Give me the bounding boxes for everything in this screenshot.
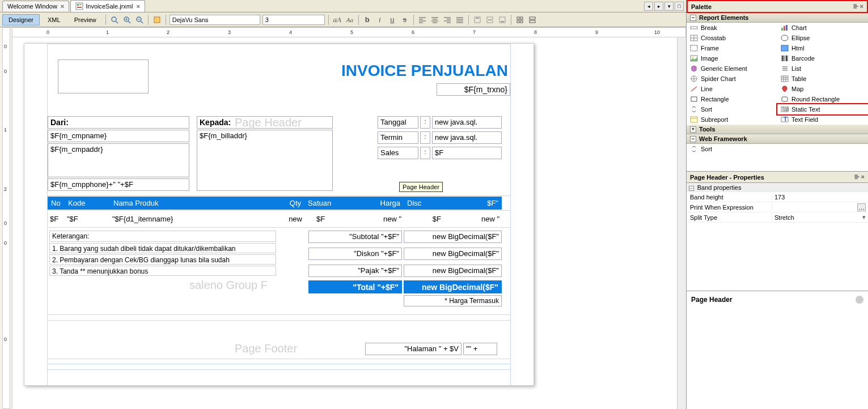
cmpaddr-field[interactable]: $F{m_cmpaddr} [48, 143, 189, 177]
palette-item-text-field[interactable]: TText Field [777, 114, 868, 125]
total-label[interactable]: "Total "+$F" [308, 280, 402, 293]
palette-item-table[interactable]: Table [777, 74, 868, 84]
maximize-icon[interactable]: □ [675, 2, 684, 11]
split-type-value[interactable]: Stretch [774, 214, 862, 221]
col-harga[interactable]: Harga [353, 197, 404, 210]
collapse-icon[interactable]: − [690, 136, 696, 142]
xml-mode-button[interactable]: XML [42, 15, 66, 25]
diskon-label[interactable]: "Diskon "+$F" [308, 248, 402, 260]
align-center-icon[interactable] [430, 15, 440, 25]
billaddr-field[interactable]: $F{m_billaddr} [197, 130, 333, 191]
print-when-input[interactable] [774, 203, 857, 211]
font-size-select[interactable] [262, 15, 325, 25]
subtotal-value[interactable]: new BigDecimal($F" [404, 231, 502, 243]
palette-panel-header[interactable]: Palette ⊪× [687, 0, 868, 13]
cmpname-field[interactable]: $F{m_cmpname} [48, 130, 189, 142]
col-nama[interactable]: Nama Produk [110, 197, 270, 210]
close-icon[interactable]: × [861, 173, 865, 181]
invoice-title[interactable]: INVOICE PENJUALAN [339, 61, 510, 81]
collapse-icon[interactable]: − [690, 15, 696, 21]
dari-label[interactable]: Dari: [48, 116, 189, 129]
row-disc[interactable]: $F [404, 214, 443, 224]
cmpphone-field[interactable]: $F{m_cmpphone}+" "+$F [48, 178, 189, 191]
palette-section-tools[interactable]: + Tools [687, 125, 868, 134]
palette-item-map[interactable]: Map [777, 84, 868, 94]
tab-file[interactable]: InvoiceSale.jrxml × [70, 0, 145, 12]
preview-mode-button[interactable]: Preview [69, 15, 102, 25]
palette-item-break[interactable]: Break [687, 23, 777, 33]
sales-label[interactable]: Sales [378, 147, 418, 159]
note-3[interactable]: 3. Tanda ** menunjukkan bonus [49, 266, 276, 276]
row-no[interactable]: $F [48, 214, 65, 224]
palette-item-frame[interactable]: Frame [687, 43, 777, 53]
pin-icon[interactable]: ⊪ [854, 173, 860, 181]
scroll-right-icon[interactable]: ▸ [654, 2, 663, 11]
halaman-field[interactable]: "Halaman " + $V [365, 343, 461, 355]
scroll-left-icon[interactable]: ◂ [644, 2, 653, 11]
strike-icon[interactable]: s [400, 15, 410, 25]
col-kode[interactable]: Kode [65, 197, 110, 210]
row-harga[interactable]: new " [353, 214, 404, 224]
palette-item-line[interactable]: Line [687, 84, 777, 94]
palette-item-static-text[interactable]: labelStatic Text [776, 103, 868, 116]
palette-item-barcode[interactable]: Barcode [777, 53, 868, 63]
logo-placeholder[interactable] [58, 59, 149, 93]
keterangan-label[interactable]: Keterangan: [49, 231, 276, 242]
note-1[interactable]: 1. Barang yang sudah dibeli tidak dapat … [49, 243, 276, 253]
tab-welcome[interactable]: Welcome Window × [2, 1, 69, 11]
pajak-label[interactable]: "Pajak "+$F" [308, 265, 402, 277]
tanggal-value[interactable]: new java.sql. [432, 116, 502, 129]
tanggal-label[interactable]: Tanggal [378, 116, 418, 129]
note-2[interactable]: 2. Pembayaran dengan Cek/BG dianggap lun… [49, 254, 276, 265]
total-value[interactable]: new BigDecimal($F" [404, 280, 502, 293]
vertical-scrollbar[interactable] [677, 37, 686, 409]
palette-item-web-sort[interactable]: Sort [687, 144, 868, 154]
palette-item-list[interactable]: List [777, 63, 868, 74]
palette-item-crosstab[interactable]: Crosstab [687, 33, 777, 43]
layout2-icon[interactable] [527, 15, 537, 25]
palette-item-chart[interactable]: Chart [777, 23, 868, 33]
palette-item-spider[interactable]: Spider Chart [687, 74, 777, 84]
palette-item-html[interactable]: Html [777, 43, 868, 53]
report-settings-icon[interactable] [152, 15, 162, 25]
diskon-value[interactable]: new BigDecimal($F" [404, 248, 502, 260]
col-qty[interactable]: Qty [270, 197, 304, 210]
zoom-in-icon[interactable] [122, 15, 132, 25]
trxno-field[interactable]: $F{m_trxno} [437, 83, 510, 96]
subtotal-label[interactable]: "Subtotal "+$F" [308, 231, 402, 243]
col-satuan[interactable]: Satuan [304, 197, 353, 210]
palette-section-report-elements[interactable]: − Report Elements [687, 13, 868, 23]
report-canvas[interactable]: INVOICE PENJUALAN $F{m_trxno} Dari: $F{m… [12, 37, 686, 409]
help-info-icon[interactable] [856, 296, 863, 304]
close-icon[interactable]: × [61, 3, 64, 10]
expand-icon[interactable]: + [690, 126, 696, 133]
palette-item-subreport[interactable]: Subreport [687, 114, 777, 125]
palette-item-sort[interactable]: Sort [687, 104, 777, 114]
halaman2-field[interactable]: "" + [463, 343, 497, 355]
row-qty[interactable]: new [270, 214, 304, 224]
prop-split-type[interactable]: Split Type Stretch▾ [687, 212, 868, 223]
zoom-out-icon[interactable] [134, 15, 145, 25]
col-disc[interactable]: Disc [404, 197, 443, 210]
close-icon[interactable]: × [136, 3, 139, 10]
properties-panel-header[interactable]: Page Header - Properties ⊪× [687, 172, 868, 183]
increase-font-icon[interactable]: aA [332, 15, 342, 25]
prop-band-height[interactable]: Band height [687, 192, 868, 202]
prop-print-when[interactable]: Print When Expression … [687, 202, 868, 212]
colon[interactable]: : [420, 131, 430, 144]
palette-item-ellipse[interactable]: Ellipse [777, 33, 868, 43]
row-satuan[interactable]: $F [314, 214, 354, 224]
row-kode[interactable]: "$F [65, 214, 110, 224]
valign-middle-icon[interactable] [485, 15, 495, 25]
close-icon[interactable]: × [860, 3, 863, 10]
termin-label[interactable]: Termin [378, 131, 418, 144]
align-right-icon[interactable] [442, 15, 452, 25]
underline-icon[interactable]: u [387, 15, 397, 25]
palette-section-web[interactable]: − Web Framework [687, 134, 868, 144]
zoom-fit-icon[interactable] [109, 15, 120, 25]
align-justify-icon[interactable] [455, 15, 465, 25]
bold-icon[interactable]: b [362, 15, 372, 25]
pajak-value[interactable]: new BigDecimal($F" [404, 265, 502, 277]
row-end[interactable]: new " [443, 214, 502, 224]
palette-item-generic[interactable]: Generic Element [687, 63, 777, 74]
